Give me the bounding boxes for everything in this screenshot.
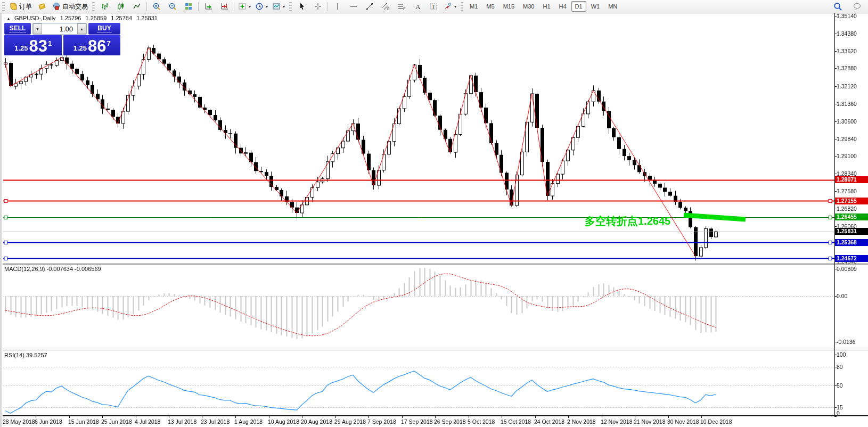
price-tag: 1.25831 <box>835 228 868 235</box>
zoom-out-button[interactable] <box>165 1 181 12</box>
sell-price-box[interactable]: 1.25 83 1 <box>4 35 62 55</box>
timeframe-button-h1[interactable]: H1 <box>539 1 554 12</box>
tile-icon <box>184 2 193 11</box>
chart-tag-button[interactable] <box>34 1 50 12</box>
date-axis-label: 4 Jul 2018 <box>135 418 160 425</box>
zoom-in-button[interactable] <box>149 1 165 12</box>
price-axis-tick: 1.26820 <box>837 206 857 212</box>
volume-spinner: ▼ ▲ <box>32 23 87 35</box>
channel-button[interactable]: E <box>378 1 394 12</box>
candle-chart-button[interactable] <box>113 1 129 12</box>
timeframe-button-h4[interactable]: H4 <box>555 1 570 12</box>
rsi-axis-tick: 50 <box>837 382 843 389</box>
shapes-button[interactable]: ▾ <box>441 1 458 12</box>
price-axis-tick: 1.31360 <box>837 101 857 107</box>
bar-chart-button[interactable] <box>97 1 113 12</box>
price-axis-tick: 1.32880 <box>837 65 857 71</box>
price-axis-tick: 1.33620 <box>837 48 857 54</box>
autoscroll-icon <box>204 2 212 11</box>
high-value: 1.25859 <box>86 15 107 21</box>
fibo-icon: F <box>397 2 406 11</box>
chart-shift-button[interactable] <box>216 1 232 12</box>
vline-button[interactable] <box>330 1 346 12</box>
sell-button[interactable]: SELL <box>4 23 31 35</box>
volume-input[interactable] <box>42 23 77 34</box>
date-axis-label: 7 Sep 2018 <box>367 418 396 425</box>
quick-search-button[interactable] <box>830 1 846 12</box>
autotrading-button[interactable]: 自动交易 <box>50 1 90 12</box>
cursor-button[interactable] <box>294 1 310 12</box>
price-axis-tick: 1.30600 <box>837 118 857 125</box>
indicators-icon <box>238 2 247 11</box>
rsi-axis-tick: 15 <box>837 404 843 410</box>
price-axis-tick: 1.28340 <box>837 170 857 177</box>
date-axis-label: 23 Jul 2018 <box>201 418 230 425</box>
caret-down-icon: ▾ <box>454 4 456 9</box>
hline-button[interactable] <box>346 1 362 12</box>
timeframe-button-m5[interactable]: M5 <box>482 1 498 12</box>
toolbar-grip <box>289 2 292 11</box>
price-axis-tick: 1.29840 <box>837 136 857 142</box>
date-axis-label: 29 Aug 2018 <box>334 418 366 425</box>
text-icon: A <box>413 2 422 11</box>
line-icon <box>133 2 141 11</box>
autotrading-button-label: 自动交易 <box>62 2 88 11</box>
caret-down-icon: ▾ <box>266 4 268 9</box>
chart-canvas[interactable] <box>0 0 868 427</box>
timeframe-button-m15[interactable]: M15 <box>499 1 518 12</box>
timeframe-button-m30[interactable]: M30 <box>519 1 538 12</box>
buy-price-box[interactable]: 1.25 86 7 <box>63 35 121 55</box>
macd-label: MACD(12,26,9) -0.007634 -0.006569 <box>4 266 101 272</box>
bars-icon <box>101 2 109 11</box>
templates-button[interactable]: ▾ <box>270 1 287 12</box>
price-tag: 1.25368 <box>835 239 868 246</box>
channel-icon: E <box>381 2 390 11</box>
date-axis-label: 20 Aug 2018 <box>301 418 332 425</box>
chat-button[interactable] <box>849 1 865 12</box>
cursor-icon <box>298 2 306 11</box>
search-icon <box>833 2 842 11</box>
vline-icon <box>333 2 342 11</box>
buy-button[interactable]: BUY <box>88 23 120 35</box>
template-icon <box>272 2 281 11</box>
timeframe-button-mn[interactable]: MN <box>604 1 621 12</box>
crosshair-icon <box>314 2 322 11</box>
tag-icon <box>38 2 46 11</box>
line-chart-button[interactable] <box>129 1 145 12</box>
text-button[interactable]: A <box>410 1 425 12</box>
auto-scroll-button[interactable] <box>200 1 216 12</box>
close-value: 1.25831 <box>136 15 158 21</box>
svg-text:A: A <box>415 3 421 11</box>
shapes-icon <box>444 2 452 11</box>
collapse-triangle-icon[interactable]: ▲ <box>6 17 11 21</box>
volume-decrease-button[interactable]: ▼ <box>33 23 42 34</box>
new-order-button[interactable]: 订单 <box>7 1 34 12</box>
date-axis-label: 24 Oct 2018 <box>534 418 564 425</box>
fibo-button[interactable]: F <box>394 1 410 12</box>
price-axis-tick: 1.35140 <box>837 13 857 19</box>
indicators-button[interactable]: ▾ <box>236 1 253 12</box>
tile-windows-button[interactable] <box>181 1 196 12</box>
volume-increase-button[interactable]: ▲ <box>77 23 86 34</box>
timeframe-button-w1[interactable]: W1 <box>587 1 604 12</box>
timeframe-button-d1[interactable]: D1 <box>571 1 586 12</box>
caret-down-icon: ▾ <box>283 4 285 9</box>
periods-button[interactable]: ▾ <box>253 1 270 12</box>
toolbar-separator <box>146 2 147 11</box>
candles-icon <box>117 2 125 11</box>
trendline-icon <box>365 2 374 11</box>
window-left-border <box>0 13 3 427</box>
label-button[interactable]: T <box>425 1 441 12</box>
timeframe-button-m1[interactable]: M1 <box>466 1 481 12</box>
open-value: 1.25796 <box>60 15 81 21</box>
buy-button-label: BUY <box>97 24 111 33</box>
toolbar-grip <box>2 2 5 11</box>
date-axis-label: 6 Jun 2018 <box>35 418 62 425</box>
svg-text:F: F <box>403 7 405 11</box>
date-axis-label: 28 May 2018 <box>3 418 35 425</box>
macd-axis-tick: -0.0136 <box>837 339 856 345</box>
zoom-out-icon <box>168 2 177 11</box>
crosshair-button[interactable] <box>310 1 326 12</box>
trendline-button[interactable] <box>362 1 378 12</box>
main-toolbar: 订单自动交易▾▾▾EFAT▾M1M5M15M30H1H4D1W1MN <box>0 0 868 13</box>
